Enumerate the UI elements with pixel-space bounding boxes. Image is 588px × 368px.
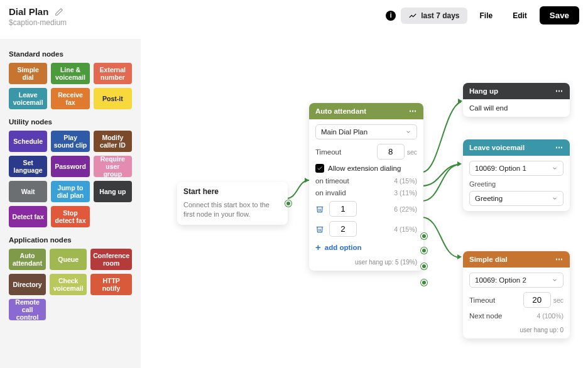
chart-line-icon bbox=[408, 11, 417, 20]
allow-extension-label: Allow extension dialing bbox=[328, 165, 401, 172]
page-title: Dial Plan bbox=[9, 6, 48, 17]
node-chip[interactable]: Queue bbox=[50, 249, 87, 270]
trash-icon[interactable] bbox=[315, 205, 324, 214]
node-chip[interactable]: Post-it bbox=[94, 88, 132, 109]
trash-icon[interactable] bbox=[315, 225, 324, 234]
node-chip[interactable]: Play sound clip bbox=[51, 131, 89, 152]
simple-dial-node[interactable]: Simple dial ⋯ 10069: Option 2 Timeout se… bbox=[463, 251, 570, 338]
node-chip[interactable]: Set language bbox=[9, 156, 47, 177]
node-title: Simple dial bbox=[469, 256, 508, 263]
node-title: Auto attendant bbox=[315, 107, 366, 115]
output-port-invalid[interactable] bbox=[421, 247, 427, 254]
svg-marker-3 bbox=[457, 254, 462, 259]
start-body: Connect this start box to the first node… bbox=[183, 200, 281, 220]
on-timeout-stat: 4 (15%) bbox=[394, 177, 417, 185]
on-timeout-label: on timeout bbox=[315, 177, 349, 185]
select-value: Greeting bbox=[475, 195, 503, 202]
node-chip[interactable]: Wait bbox=[9, 181, 47, 202]
node-chip[interactable]: Stop detect fax bbox=[51, 206, 89, 227]
next-node-stat: 4 (100%) bbox=[536, 312, 564, 320]
timeout-unit: sec bbox=[407, 148, 417, 156]
node-chip[interactable]: Jump to dial plan bbox=[51, 181, 89, 202]
node-menu-icon[interactable]: ⋯ bbox=[555, 255, 564, 264]
node-chip[interactable]: Leave voicemail bbox=[9, 88, 47, 109]
allow-extension-checkbox[interactable] bbox=[315, 164, 324, 173]
node-chip[interactable]: Simple dial bbox=[9, 63, 47, 84]
node-chip[interactable]: Directory bbox=[9, 274, 46, 295]
select-value: 10069: Option 2 bbox=[475, 276, 526, 284]
node-chip[interactable]: Password bbox=[51, 156, 89, 177]
pencil-icon[interactable] bbox=[55, 8, 63, 16]
node-footer-stat: user hang up: 0 bbox=[469, 327, 564, 333]
node-chip[interactable]: Require user group bbox=[94, 156, 132, 177]
option-1-input[interactable] bbox=[329, 201, 357, 217]
greeting-select[interactable]: Greeting bbox=[469, 191, 564, 206]
info-icon[interactable]: i bbox=[386, 11, 396, 21]
node-title: Hang up bbox=[469, 87, 498, 95]
chevron-down-icon bbox=[552, 165, 558, 171]
option-2-stat: 4 (15%) bbox=[394, 225, 417, 233]
dial-target-select[interactable]: 10069: Option 2 bbox=[469, 273, 564, 288]
title-block: Dial Plan $caption-medium bbox=[9, 6, 67, 27]
node-title: Leave voicemail bbox=[469, 144, 525, 151]
chevron-down-icon bbox=[552, 195, 558, 202]
svg-marker-0 bbox=[305, 178, 309, 183]
group-label: Standard nodes bbox=[9, 50, 132, 58]
hang-up-body: Call will end bbox=[469, 104, 564, 112]
group-label: Utility nodes bbox=[9, 118, 132, 126]
start-title: Start here bbox=[183, 187, 281, 196]
option-2-input[interactable] bbox=[329, 221, 357, 237]
auto-attendant-node[interactable]: Auto attendant ⋯ Main Dial Plan Timeout … bbox=[309, 103, 423, 271]
node-chip[interactable]: Receive fax bbox=[51, 88, 89, 109]
dialplan-select[interactable]: Main Dial Plan bbox=[315, 124, 417, 139]
node-chip[interactable]: Check voicemail bbox=[50, 274, 87, 295]
header: Dial Plan $caption-medium i last 7 days … bbox=[0, 0, 588, 27]
timeout-label: Timeout bbox=[315, 148, 341, 156]
sidebar: Standard nodesSimple dialLine & voicemai… bbox=[0, 39, 141, 368]
output-port[interactable] bbox=[285, 200, 291, 207]
select-value: 10069: Option 1 bbox=[475, 165, 526, 172]
next-node-label: Next node bbox=[469, 312, 502, 320]
timeout-unit: sec bbox=[553, 296, 564, 304]
node-chip[interactable]: Auto attendant bbox=[9, 249, 46, 270]
option-1-stat: 6 (22%) bbox=[394, 205, 417, 213]
hang-up-node[interactable]: Hang up ⋯ Call will end bbox=[463, 83, 570, 117]
svg-marker-2 bbox=[457, 161, 462, 166]
node-chip[interactable]: Line & voicemail bbox=[51, 63, 89, 84]
add-option-button[interactable]: + add option bbox=[315, 242, 417, 252]
output-port-1[interactable] bbox=[421, 263, 427, 269]
node-chip[interactable]: Remote call control bbox=[9, 299, 46, 320]
canvas[interactable]: Start here Connect this start box to the… bbox=[141, 39, 588, 368]
start-node[interactable]: Start here Connect this start box to the… bbox=[177, 182, 288, 225]
toolbar: i last 7 days File Edit Save bbox=[386, 6, 579, 24]
node-chip[interactable]: Schedule bbox=[9, 131, 47, 152]
node-menu-icon[interactable]: ⋯ bbox=[409, 107, 417, 116]
svg-marker-1 bbox=[458, 99, 462, 104]
timeout-input[interactable] bbox=[377, 144, 405, 160]
leave-voicemail-node[interactable]: Leave voicemail ⋯ 10069: Option 1 Greeti… bbox=[463, 139, 570, 211]
save-button[interactable]: Save bbox=[540, 6, 579, 24]
node-chip[interactable]: Detect fax bbox=[9, 206, 47, 227]
output-port-timeout[interactable] bbox=[421, 233, 427, 239]
node-menu-icon[interactable]: ⋯ bbox=[555, 87, 564, 95]
edit-button[interactable]: Edit bbox=[505, 8, 535, 24]
node-footer-stat: user hang up: 5 (19%) bbox=[315, 259, 417, 266]
select-value: Main Dial Plan bbox=[321, 128, 368, 136]
node-chip[interactable]: Conference room bbox=[90, 249, 132, 270]
voicemail-target-select[interactable]: 10069: Option 1 bbox=[469, 161, 564, 176]
date-range-label: last 7 days bbox=[421, 11, 459, 20]
node-chip[interactable]: Hang up bbox=[94, 181, 132, 202]
node-chip[interactable]: HTTP notify bbox=[90, 274, 132, 295]
on-invalid-label: on invalid bbox=[315, 189, 346, 197]
group-label: Application nodes bbox=[9, 236, 132, 244]
file-button[interactable]: File bbox=[472, 8, 501, 24]
node-menu-icon[interactable]: ⋯ bbox=[555, 143, 564, 152]
timeout-input[interactable] bbox=[523, 292, 551, 308]
date-range-button[interactable]: last 7 days bbox=[401, 8, 467, 24]
node-chip[interactable]: Modify caller ID bbox=[94, 131, 132, 152]
node-chip[interactable]: External number bbox=[94, 63, 132, 84]
greeting-label: Greeting bbox=[469, 180, 564, 188]
plus-icon: + bbox=[315, 242, 321, 252]
chevron-down-icon bbox=[552, 277, 558, 283]
output-port-2[interactable] bbox=[421, 279, 427, 286]
